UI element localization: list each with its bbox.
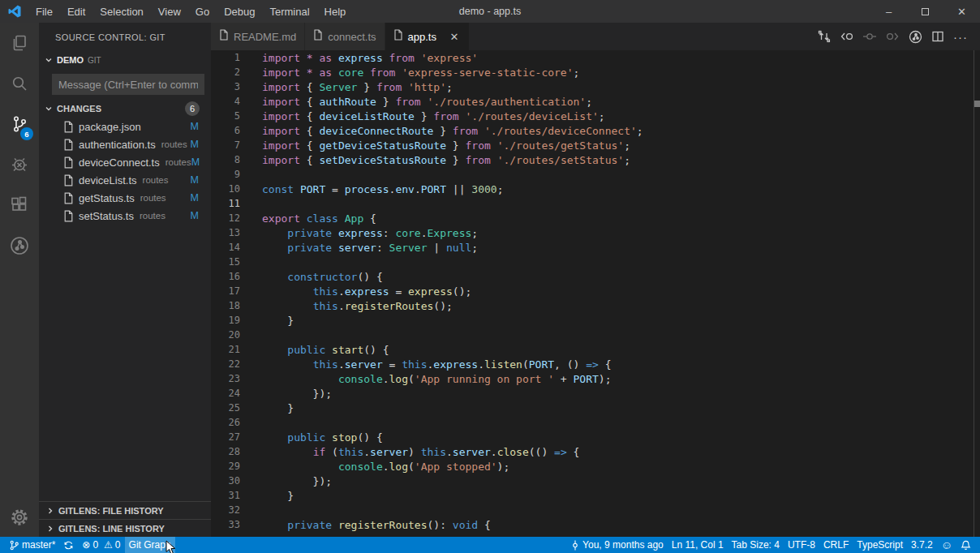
gitlens-section-1[interactable]: GITLENS: LINE HISTORY bbox=[39, 519, 211, 537]
menu-file[interactable]: File bbox=[28, 0, 60, 23]
changed-file-row[interactable]: getStatus.tsroutesM bbox=[39, 189, 211, 207]
code-line[interactable]: 10const PORT = process.env.PORT || 3000; bbox=[211, 182, 974, 196]
next-change-icon[interactable] bbox=[881, 23, 904, 50]
menu-go[interactable]: Go bbox=[188, 0, 217, 23]
language-mode[interactable]: TypeScript bbox=[853, 537, 907, 553]
code-line[interactable]: 30 }); bbox=[211, 474, 974, 488]
git-graph-view-icon[interactable] bbox=[904, 23, 926, 50]
blame-annotation[interactable]: You, 9 months ago bbox=[566, 537, 668, 553]
indentation[interactable]: Tab Size: 4 bbox=[728, 537, 784, 553]
menu-view[interactable]: View bbox=[151, 0, 188, 23]
code-line[interactable]: 13 private express: core.Express; bbox=[211, 225, 974, 240]
current-change-icon[interactable] bbox=[858, 23, 881, 50]
code-line[interactable]: 4import { authRoute } from './routes/aut… bbox=[211, 94, 974, 109]
code-line[interactable]: 6import { deviceConnectRoute } from './r… bbox=[211, 123, 974, 138]
menu-debug[interactable]: Debug bbox=[217, 0, 262, 23]
commit-message-input[interactable] bbox=[52, 74, 204, 95]
branch-indicator[interactable]: master* bbox=[5, 537, 59, 553]
source-control-icon[interactable]: 6 bbox=[0, 104, 39, 144]
code-line[interactable]: 19 } bbox=[211, 313, 974, 328]
code-line[interactable]: 31 } bbox=[211, 488, 974, 503]
code-line[interactable]: 21 public start() { bbox=[211, 342, 974, 357]
line-number: 30 bbox=[211, 475, 240, 487]
open-changes-icon[interactable] bbox=[813, 23, 836, 50]
code-line[interactable]: 15 bbox=[211, 255, 974, 269]
gitlens-section-0[interactable]: GITLENS: FILE HISTORY bbox=[39, 501, 211, 519]
code-line[interactable]: 7import { getDeviceStatusRoute } from '.… bbox=[211, 138, 974, 152]
code-line[interactable]: 18 this.registerRoutes(); bbox=[211, 298, 974, 313]
repo-name: DEMO bbox=[57, 55, 84, 65]
maximize-icon bbox=[922, 8, 929, 15]
changed-file-row[interactable]: setStatus.tsroutesM bbox=[39, 207, 211, 225]
code-text: private registerRoutes(): void { bbox=[262, 519, 491, 531]
code-line[interactable]: 22 this.server = this.express.listen(POR… bbox=[211, 357, 974, 371]
sync-button[interactable] bbox=[59, 537, 78, 553]
more-actions-icon[interactable]: ··· bbox=[949, 23, 972, 50]
code-line[interactable]: 23 console.log('App running on port ' + … bbox=[211, 371, 974, 386]
tab-app.ts[interactable]: app.ts✕ bbox=[385, 23, 470, 50]
line-number: 11 bbox=[211, 198, 240, 209]
code-editor[interactable]: 1import * as express from 'express'2impo… bbox=[211, 50, 974, 537]
changed-file-row[interactable]: authentication.tsroutesM bbox=[39, 135, 211, 153]
code-line[interactable]: 17 this.express = express(); bbox=[211, 284, 974, 298]
code-line[interactable]: 5import { deviceListRoute } from './rout… bbox=[211, 109, 974, 123]
code-line[interactable]: 20 bbox=[211, 328, 974, 342]
code-line[interactable]: 26 bbox=[211, 415, 974, 430]
code-line[interactable]: 8import { setDeviceStatusRoute } from '.… bbox=[211, 152, 974, 167]
code-line[interactable]: 1import * as express from 'express' bbox=[211, 50, 974, 65]
code-line[interactable]: 16 constructor() { bbox=[211, 269, 974, 284]
modified-badge: M bbox=[191, 192, 199, 204]
changes-section-header[interactable]: CHANGES 6 bbox=[39, 100, 211, 118]
cursor-position[interactable]: Ln 11, Col 1 bbox=[668, 537, 728, 553]
code-text: this.express = express(); bbox=[262, 285, 471, 298]
ts-version[interactable]: 3.7.2 bbox=[907, 537, 937, 553]
git-graph-activity-icon[interactable] bbox=[0, 225, 39, 266]
file-name: package.json bbox=[79, 121, 141, 133]
code-line[interactable]: 2import * as core from 'express-serve-st… bbox=[211, 65, 974, 79]
minimize-button[interactable]: – bbox=[870, 0, 907, 23]
close-tab-icon[interactable]: ✕ bbox=[448, 31, 461, 43]
changed-file-row[interactable]: package.jsonM bbox=[39, 118, 211, 135]
menu-edit[interactable]: Edit bbox=[60, 0, 92, 23]
line-number: 18 bbox=[211, 300, 240, 311]
git-graph-status-button[interactable]: Git Graph bbox=[125, 537, 175, 553]
explorer-icon[interactable] bbox=[0, 23, 39, 63]
menu-terminal[interactable]: Terminal bbox=[262, 0, 316, 23]
previous-change-icon[interactable] bbox=[836, 23, 858, 50]
chevron-right-icon bbox=[44, 504, 57, 517]
encoding[interactable]: UTF-8 bbox=[784, 537, 819, 553]
code-line[interactable]: 27 public stop() { bbox=[211, 430, 974, 444]
code-line[interactable]: 25 } bbox=[211, 401, 974, 415]
menu-selection[interactable]: Selection bbox=[92, 0, 150, 23]
code-line[interactable]: 33 private registerRoutes(): void { bbox=[211, 517, 974, 532]
code-line[interactable]: 32 bbox=[211, 503, 974, 517]
code-line[interactable]: 14 private server: Server | null; bbox=[211, 240, 974, 255]
changed-file-row[interactable]: deviceConnect.tsroutesM bbox=[39, 153, 211, 171]
split-editor-icon[interactable] bbox=[926, 23, 949, 50]
tab-README.md[interactable]: README.md bbox=[211, 23, 305, 50]
feedback-button[interactable]: ☺ bbox=[937, 537, 956, 553]
tab-connect.ts[interactable]: connect.ts bbox=[305, 23, 385, 50]
search-icon[interactable] bbox=[0, 63, 39, 104]
close-button[interactable]: ✕ bbox=[943, 0, 980, 23]
repo-section-header[interactable]: DEMO GIT bbox=[39, 51, 211, 69]
code-line[interactable]: 9 bbox=[211, 167, 974, 182]
maximize-button[interactable] bbox=[907, 0, 943, 23]
code-line[interactable]: 24 }); bbox=[211, 386, 974, 401]
extensions-icon[interactable] bbox=[0, 185, 39, 225]
code-line[interactable]: 29 console.log('App stopped'); bbox=[211, 459, 974, 474]
notifications-button[interactable] bbox=[956, 537, 975, 553]
editor-scrollbar[interactable] bbox=[974, 50, 980, 537]
code-line[interactable]: 12export class App { bbox=[211, 211, 974, 225]
gitlens-sections: GITLENS: FILE HISTORYGITLENS: LINE HISTO… bbox=[39, 501, 211, 537]
code-line[interactable]: 11 bbox=[211, 196, 974, 211]
settings-gear-icon[interactable] bbox=[0, 498, 39, 537]
line-number: 19 bbox=[211, 315, 240, 326]
menu-help[interactable]: Help bbox=[317, 0, 354, 23]
eol-sequence[interactable]: CRLF bbox=[819, 537, 853, 553]
changed-file-row[interactable]: deviceList.tsroutesM bbox=[39, 171, 211, 189]
problems-indicator[interactable]: ⊗ 0 ⚠ 0 bbox=[78, 537, 124, 553]
code-line[interactable]: 3import { Server } from 'http'; bbox=[211, 79, 974, 94]
debug-icon[interactable] bbox=[0, 144, 39, 185]
code-line[interactable]: 28 if (this.server) this.server.close(()… bbox=[211, 444, 974, 459]
